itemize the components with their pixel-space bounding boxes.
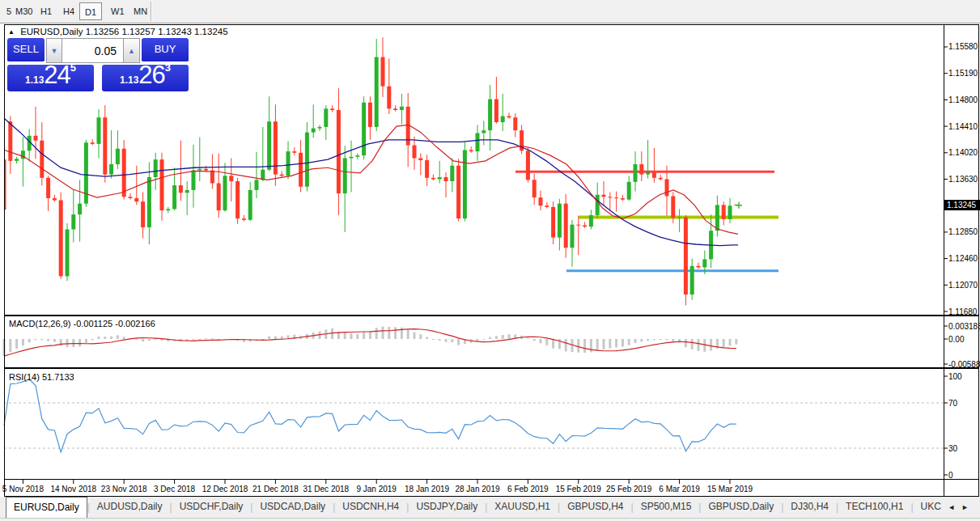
candle [608,197,612,197]
macd-bar [98,337,100,339]
quote-low: 1.13243 [158,27,192,36]
volume-increase-button[interactable]: ▲ [124,38,140,63]
sell-button[interactable]: SELL [7,38,45,63]
macd-bar [344,333,346,339]
candle [299,153,303,187]
candle [690,266,694,294]
macd-bar [274,337,277,339]
macd-bar [40,339,43,340]
candle [154,159,158,177]
macd-bar [363,332,365,339]
macd-bar [60,339,62,346]
macd-bar [35,339,37,340]
candle [576,225,580,226]
macd-bar [426,337,428,339]
current-price-cross-icon [736,202,742,209]
candle [210,171,214,184]
candle [513,117,517,130]
candle [722,205,726,219]
macd-bar [9,339,11,352]
candle [305,133,309,187]
macd-bar [205,338,207,339]
macd-bar [432,339,435,340]
macd-bar [603,339,605,349]
collapse-triangle-icon[interactable]: ▲ [8,28,15,36]
candle [229,176,233,181]
candle [596,195,600,215]
candle [646,172,650,175]
volume-decrease-button[interactable]: ▼ [46,38,62,63]
macd-bar [53,339,56,341]
volume-input[interactable] [62,38,124,63]
candle [147,177,151,227]
candle [255,180,259,190]
buy-button[interactable]: BUY [142,38,189,63]
macd-bar [350,333,353,339]
candle [179,185,183,193]
candle [141,201,145,227]
separator-macd-rsi [4,367,979,369]
macd-bar [211,338,214,339]
candle [501,116,505,123]
candle [134,198,138,201]
candle [192,171,196,190]
macd-bar [117,335,119,339]
macd-bar [356,334,358,339]
macd-bar [22,339,24,345]
macd-bar [375,328,378,339]
buy-price-pip: 3 [165,61,171,74]
rsi-line [4,379,736,452]
candle [444,177,448,181]
macd-bar [198,339,201,340]
candle [482,130,486,133]
candle [387,87,391,109]
macd-bar [445,339,448,342]
chart-border-top [4,24,979,25]
macd-bar [735,339,737,345]
candle [614,197,618,198]
candle [450,166,454,181]
macd-bar [495,336,498,339]
macd-bar [502,335,504,339]
macd-bar [91,339,94,340]
candle [456,166,460,218]
macd-bar [110,337,112,339]
candle [235,181,240,218]
quote-high: 1.13257 [121,27,155,36]
macd-histogram [3,327,738,357]
candle [728,205,732,219]
candle [318,127,322,129]
macd-bar [477,339,479,341]
candle [368,103,372,127]
candle [627,182,631,200]
macd-bar [552,339,554,349]
macd-bar [482,339,485,340]
macd-bar [281,337,283,339]
candle [589,215,593,227]
macd-bar [28,339,31,342]
rsi-label: RSI(14) 51.7133 [9,372,74,382]
macd-bar [533,339,536,341]
candle [286,151,291,176]
candle [116,149,120,164]
candle [8,121,12,161]
sell-price-big: 24 [44,61,70,89]
macd-bar [193,339,195,340]
buy-price-button[interactable]: 1.13263 [102,65,189,91]
sell-price-button[interactable]: 1.13245 [7,65,94,91]
macd-bar [47,339,49,341]
candle [621,198,625,200]
macd-bar [596,339,599,350]
separator-main-macd [4,315,979,316]
candle [571,225,575,248]
candle [97,117,101,144]
candle [715,205,719,231]
candle [431,178,435,180]
candle [507,116,511,118]
candle [223,176,227,210]
candle [659,178,663,180]
macd-bar [672,339,674,341]
macd-bar [85,339,87,343]
current-price-tag: 1.13245 [944,200,980,210]
chart-border-left [4,24,5,497]
